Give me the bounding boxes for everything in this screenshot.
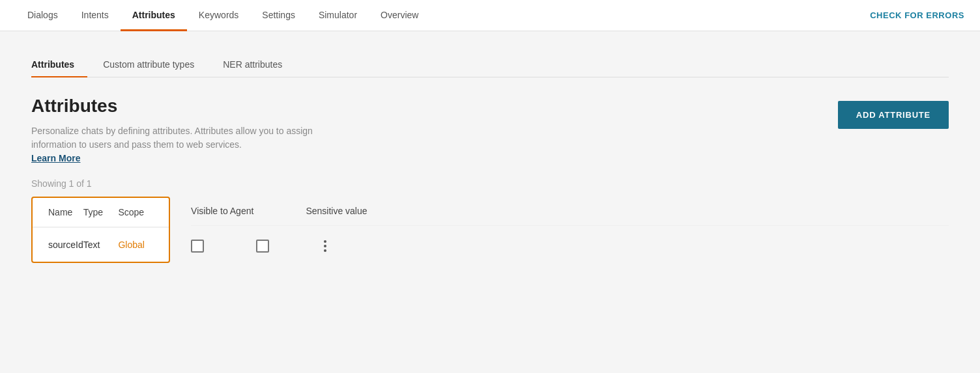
sub-tab-custom-attribute-types[interactable]: Custom attribute types: [103, 53, 207, 77]
visible-to-agent-checkbox[interactable]: [191, 240, 204, 253]
learn-more-link[interactable]: Learn More: [31, 153, 80, 163]
row-actions-menu[interactable]: [321, 238, 329, 255]
sub-tabs: Attributes Custom attribute types NER at…: [31, 52, 949, 77]
table-header: Name Type Scope: [33, 198, 169, 227]
cell-type: Text: [83, 240, 119, 250]
nav-tab-simulator[interactable]: Simulator: [307, 1, 369, 31]
attributes-table: Name Type Scope sourceId Text Global: [31, 197, 170, 263]
add-attribute-button[interactable]: ADD ATTRIBUTE: [838, 101, 949, 129]
nav-tab-keywords[interactable]: Keywords: [187, 1, 250, 31]
page-title: Attributes: [31, 96, 357, 117]
nav-tab-dialogs[interactable]: Dialogs: [16, 1, 70, 31]
right-columns-section: Visible to Agent Sensitive value: [170, 197, 949, 266]
page-description-text: Personalize chats by defining attributes…: [31, 126, 313, 150]
page-header-left: Attributes Personalize chats by defining…: [31, 96, 357, 165]
check-errors-button[interactable]: CHECK FOR ERRORS: [870, 10, 964, 20]
nav-tab-attributes[interactable]: Attributes: [121, 1, 187, 31]
sensitive-value-checkbox[interactable]: [256, 240, 269, 253]
col-header-name: Name: [48, 207, 83, 217]
sub-tab-ner-attributes[interactable]: NER attributes: [223, 53, 295, 77]
col-header-sensitive-value: Sensitive value: [306, 206, 367, 216]
nav-tab-intents[interactable]: Intents: [70, 1, 121, 31]
col-header-type: Type: [83, 207, 119, 217]
nav-tab-settings[interactable]: Settings: [250, 1, 307, 31]
page-description: Personalize chats by defining attributes…: [31, 124, 357, 165]
cell-name: sourceId: [48, 240, 83, 250]
col-header-visible-to-agent: Visible to Agent: [191, 206, 253, 216]
top-navigation: Dialogs Intents Attributes Keywords Sett…: [0, 0, 980, 31]
col-header-scope: Scope: [118, 207, 153, 217]
page-header-row: Attributes Personalize chats by defining…: [31, 96, 949, 165]
showing-count: Showing 1 of 1: [31, 178, 949, 189]
cell-scope: Global: [118, 240, 153, 250]
nav-tab-overview[interactable]: Overview: [369, 1, 430, 31]
kebab-dot-2: [324, 245, 326, 247]
table-row: sourceId Text Global: [33, 227, 169, 262]
kebab-dot-3: [324, 249, 326, 252]
nav-tabs: Dialogs Intents Attributes Keywords Sett…: [16, 0, 430, 31]
table-area: Name Type Scope sourceId Text Global Vis…: [31, 197, 949, 266]
kebab-dot-1: [324, 240, 326, 243]
main-content: Attributes Custom attribute types NER at…: [0, 31, 980, 373]
right-header-row: Visible to Agent Sensitive value: [191, 197, 949, 226]
right-data-row: [191, 226, 949, 266]
sub-tab-attributes[interactable]: Attributes: [31, 53, 87, 77]
